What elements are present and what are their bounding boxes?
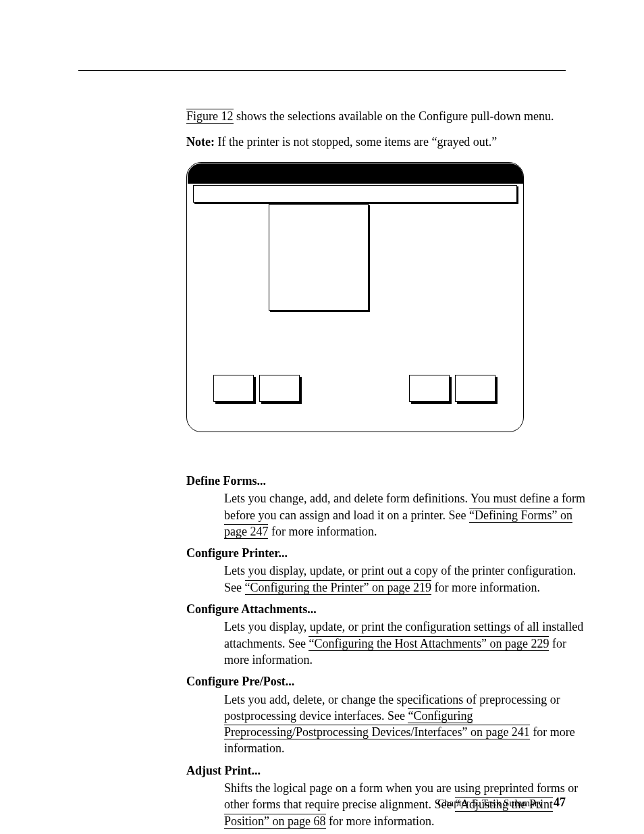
definition-description: Lets you add, delete, or change the spec…: [224, 692, 586, 757]
definition-term: Adjust Print...: [186, 762, 586, 779]
note-body: If the printer is not stopped, some item…: [215, 135, 497, 149]
intro-text: shows the selections available on the Co…: [234, 109, 554, 123]
figure-dropdown-panel: [269, 204, 369, 311]
note-paragraph: Note: If the printer is not stopped, som…: [186, 134, 586, 150]
page-rule: [78, 70, 566, 71]
page-footer: Chapter 5. Task Summary 47: [437, 796, 566, 810]
cross-reference-link[interactable]: “Configuring the Host Attachments” on pa…: [308, 636, 549, 651]
definition-term: Define Forms...: [186, 473, 586, 489]
figure-button: [409, 375, 450, 402]
definition-description: Lets you display, update, or print out a…: [224, 563, 586, 596]
footer-chapter: Chapter 5. Task Summary: [437, 798, 543, 808]
definition-text: Lets you add, delete, or change the spec…: [224, 693, 560, 723]
definition-term: Configure Printer...: [186, 545, 586, 561]
figure-button: [259, 375, 300, 402]
figure-titlebar: [188, 163, 523, 184]
definition-term: Configure Pre/Post...: [186, 673, 586, 689]
definition-text: for more information.: [326, 814, 435, 828]
intro-paragraph: Figure 12 shows the selections available…: [186, 108, 586, 124]
figure-reference-link[interactable]: Figure 12: [186, 109, 234, 124]
definition-term: Configure Attachments...: [186, 601, 586, 617]
note-label: Note:: [186, 135, 215, 149]
definition-description: Lets you change, add, and delete form de…: [224, 490, 586, 540]
footer-page-number: 47: [554, 796, 566, 809]
definition-description: Lets you display, update, or print the c…: [224, 619, 586, 668]
figure-12: [186, 162, 524, 432]
definition-text: for more information.: [268, 525, 377, 538]
figure-button: [213, 375, 254, 402]
figure-menubar: [193, 185, 517, 203]
figure-button: [455, 375, 495, 402]
intro-block: Figure 12 shows the selections available…: [186, 108, 586, 160]
definition-list: Define Forms...Lets you change, add, and…: [186, 467, 586, 834]
cross-reference-link[interactable]: “Configuring the Printer” on page 219: [245, 580, 431, 595]
page: Figure 12 shows the selections available…: [0, 0, 644, 834]
definition-text: for more information.: [431, 581, 540, 594]
